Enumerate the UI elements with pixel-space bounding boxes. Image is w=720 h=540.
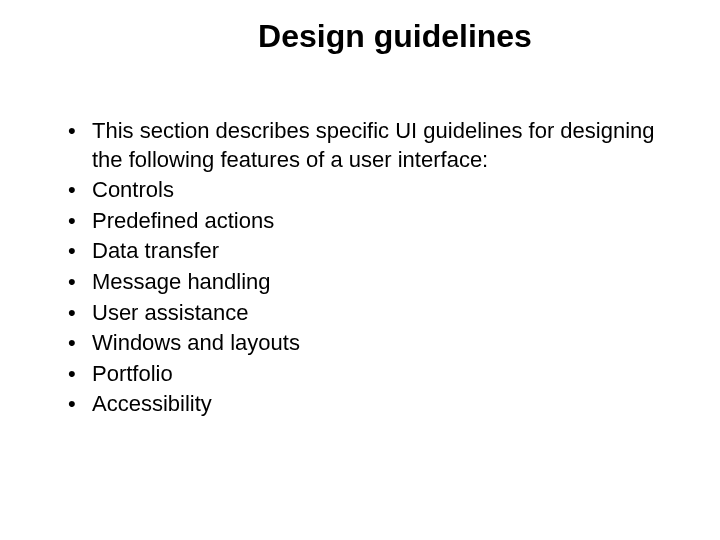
list-item: Data transfer (68, 237, 670, 266)
list-item: Message handling (68, 268, 670, 297)
list-item: Windows and layouts (68, 329, 670, 358)
list-item: This section describes specific UI guide… (68, 117, 670, 174)
slide: Design guidelines This section describes… (0, 0, 720, 540)
list-item: Accessibility (68, 390, 670, 419)
bullet-list: This section describes specific UI guide… (50, 117, 670, 419)
slide-title: Design guidelines (120, 18, 670, 55)
list-item: Controls (68, 176, 670, 205)
list-item: Portfolio (68, 360, 670, 389)
list-item: Predefined actions (68, 207, 670, 236)
list-item: User assistance (68, 299, 670, 328)
